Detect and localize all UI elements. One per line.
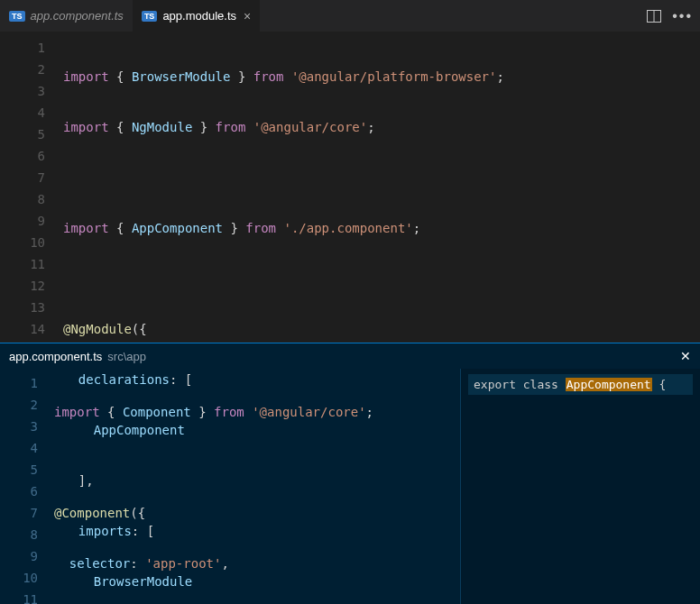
tab-app-module[interactable]: TS app.module.ts × [133, 0, 260, 32]
more-actions-icon[interactable]: ••• [672, 8, 693, 24]
ts-lang-badge: TS [142, 11, 158, 22]
line-gutter: 1 2 3 4 5 6 7 8 9 10 11 12 13 14 [0, 32, 63, 343]
close-tab-icon[interactable]: × [244, 10, 251, 23]
split-editor-icon[interactable] [647, 10, 661, 23]
tab-label: app.module.ts [162, 9, 236, 23]
main-editor[interactable]: 1 2 3 4 5 6 7 8 9 10 11 12 13 14 import … [0, 32, 700, 343]
peek-gutter: 1 2 3 4 5 6 7 8 9 10 11 [0, 369, 54, 604]
tab-app-component[interactable]: TS app.component.ts [0, 0, 133, 32]
editor-tabs-bar: TS app.component.ts TS app.module.ts × •… [0, 0, 700, 32]
code-content[interactable]: import { BrowserModule } from '@angular/… [63, 32, 700, 343]
tab-label: app.component.ts [31, 9, 124, 23]
ts-lang-badge: TS [9, 11, 25, 22]
tabs-actions: ••• [647, 8, 700, 24]
